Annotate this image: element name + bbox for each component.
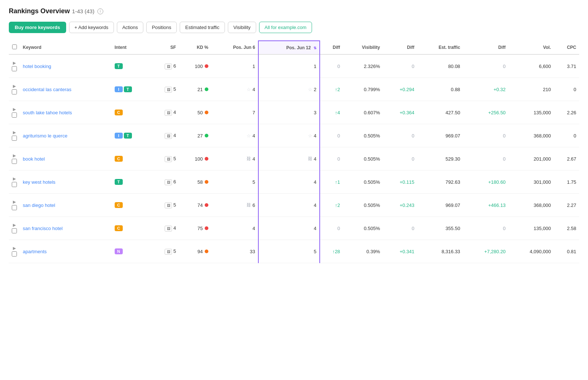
- keyword-link[interactable]: key west hotels: [23, 179, 55, 185]
- cpc-value: 2.58: [567, 226, 576, 231]
- vis-diff-value: 0: [412, 156, 414, 162]
- vol-value: 4,090,000: [530, 249, 551, 254]
- keyword-link[interactable]: south lake tahoe hotels: [23, 110, 72, 115]
- expand-button[interactable]: ▶: [11, 83, 17, 89]
- col-intent: Intent: [112, 41, 150, 54]
- expand-button[interactable]: ▶: [11, 129, 17, 136]
- keyword-link[interactable]: agriturismo le querce: [23, 133, 67, 139]
- visibility-value: 0.505%: [364, 156, 380, 162]
- row-checkbox[interactable]: [12, 112, 17, 118]
- keyword-link[interactable]: san diego hotel: [23, 202, 55, 208]
- diff-cell: ↑2: [320, 78, 343, 101]
- expand-button[interactable]: ▶: [11, 245, 17, 251]
- pos-jun6-cell: ⛓ 6: [211, 194, 258, 217]
- expand-button[interactable]: ▶: [11, 176, 17, 182]
- intent-badge: T: [115, 63, 123, 69]
- sf-value: 6: [173, 179, 176, 184]
- col-sf: SF: [150, 41, 179, 54]
- col-vol: Vol.: [509, 41, 554, 54]
- kd-dot: [205, 64, 208, 68]
- sf-cell: 🖼 6: [150, 54, 179, 78]
- traffic-diff-cell: 0: [463, 54, 509, 78]
- keyword-link[interactable]: book hotel: [23, 156, 45, 162]
- vol-value: 368,000: [534, 202, 551, 208]
- sf-value: 5: [173, 248, 176, 254]
- sf-icon: 🖼: [165, 156, 172, 162]
- diff-value: ↑2: [335, 202, 340, 208]
- kd-value: 58: [197, 179, 202, 185]
- traffic-diff-value: +256.50: [488, 110, 505, 115]
- tab-positions[interactable]: Positions: [146, 22, 177, 33]
- row-checkbox[interactable]: [12, 136, 17, 141]
- est-traffic-cell: 427.50: [417, 101, 463, 124]
- table-row: ▶ south lake tahoe hotelsC🖼 45073↑40.607…: [9, 101, 579, 124]
- expand-button[interactable]: ▶: [11, 222, 17, 228]
- expand-button[interactable]: ▶: [11, 60, 17, 66]
- info-icon[interactable]: i: [97, 8, 103, 14]
- tab-estimated-traffic[interactable]: Estimated traffic: [180, 22, 225, 33]
- diff-cell: 0: [320, 217, 343, 240]
- keyword-link[interactable]: hotel booking: [23, 64, 51, 69]
- diff-value: ↑28: [332, 249, 340, 254]
- pos-jun12-value: 4: [314, 179, 316, 185]
- tab-domain[interactable]: All for example.com: [259, 22, 312, 33]
- row-checkbox[interactable]: [12, 228, 17, 233]
- traffic-diff-value: +466.13: [488, 202, 505, 208]
- visibility-cell: 0.505%: [343, 171, 383, 194]
- pos-jun6-cell: 7: [211, 101, 258, 124]
- traffic-diff-value: 0: [503, 133, 506, 139]
- row-checkbox[interactable]: [12, 89, 17, 94]
- row-expand-cell: ▶: [9, 54, 20, 78]
- expand-button[interactable]: ▶: [11, 106, 17, 112]
- pos-jun6-value: 6: [252, 202, 255, 208]
- row-expand-cell: ▶: [9, 101, 20, 124]
- row-checkbox[interactable]: [12, 182, 17, 187]
- pos-jun6-cell: ☆ 4: [211, 124, 258, 147]
- expand-button[interactable]: ▶: [11, 199, 17, 205]
- traffic-diff-cell: +7,280.20: [463, 240, 509, 263]
- page-title-meta: 1-43 (43): [72, 8, 94, 14]
- intent-cell: C: [112, 217, 150, 240]
- visibility-cell: 2.326%: [343, 54, 383, 78]
- est-traffic-cell: 969.07: [417, 194, 463, 217]
- col-kd: KD %: [179, 41, 211, 54]
- col-est-traffic: Est. traffic: [417, 41, 463, 54]
- kd-dot: [205, 180, 208, 184]
- keyword-link[interactable]: apartments: [23, 249, 47, 254]
- vis-diff-value: 0: [412, 226, 414, 231]
- keyword-link[interactable]: occidental las canteras: [23, 87, 71, 92]
- pos-jun12-value: 4: [314, 202, 316, 208]
- kd-cell: 27: [179, 124, 211, 147]
- est-traffic-cell: 0.88: [417, 78, 463, 101]
- row-checkbox[interactable]: [12, 251, 17, 257]
- keyword-link[interactable]: san francisco hotel: [23, 226, 62, 231]
- sf-value: 5: [173, 156, 176, 161]
- intent-badge: C: [115, 225, 123, 231]
- sf-icon: 🖼: [165, 64, 172, 69]
- expand-button[interactable]: ▶: [11, 153, 17, 159]
- visibility-value: 0.799%: [364, 87, 380, 92]
- actions-button[interactable]: Actions: [117, 22, 144, 33]
- col-pos-jun12[interactable]: Pos. Jun 12 ⇅: [258, 41, 320, 54]
- intent-cell: C: [112, 194, 150, 217]
- tab-visibility[interactable]: Visibility: [228, 22, 256, 33]
- row-checkbox[interactable]: [12, 66, 17, 71]
- row-checkbox[interactable]: [12, 205, 17, 210]
- kd-dot: [205, 203, 208, 207]
- buy-keywords-button[interactable]: Buy more keywords: [9, 22, 66, 33]
- diff-value: ↑1: [335, 179, 340, 185]
- kd-cell: 74: [179, 194, 211, 217]
- col-cpc: CPC: [554, 41, 579, 54]
- vol-cell: 368,000: [509, 194, 554, 217]
- add-keywords-button[interactable]: + Add keywords: [69, 22, 114, 33]
- select-all-checkbox[interactable]: [12, 44, 17, 49]
- toolbar: Buy more keywords + Add keywords Actions…: [9, 22, 579, 33]
- cpc-value: 0: [574, 133, 576, 139]
- pos-jun6-value: 4: [252, 226, 255, 231]
- diff-cell: 0: [320, 147, 343, 171]
- sf-icon: 🖼: [165, 226, 172, 232]
- pos-jun12-cell: 4: [258, 171, 320, 194]
- row-checkbox[interactable]: [12, 159, 17, 164]
- kd-dot: [205, 250, 208, 253]
- vis-diff-cell: +0.294: [383, 78, 417, 101]
